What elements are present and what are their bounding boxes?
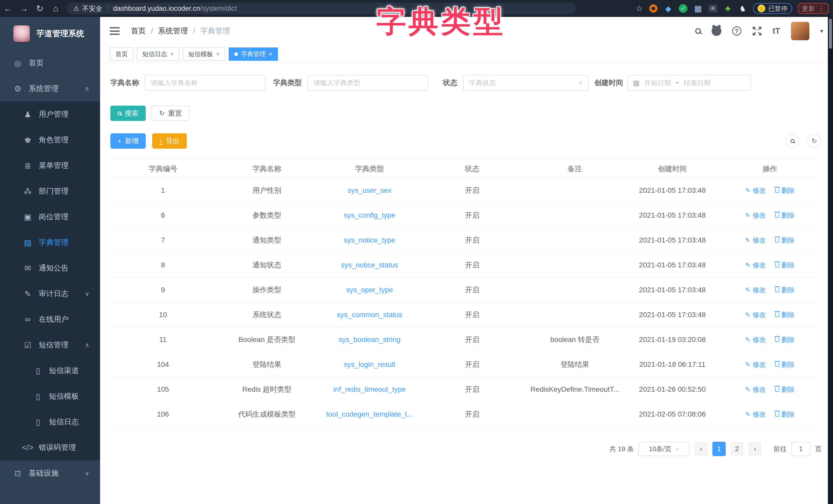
edit-link[interactable]: ✎修改 [745, 236, 766, 245]
sidebar-item-dict[interactable]: ▤ 字典管理 [0, 230, 100, 255]
sidebar-item-error-codes[interactable]: </> 错误码管理 [0, 435, 100, 460]
sidebar-item-sms-log[interactable]: ▯ 短信日志 [0, 409, 100, 435]
page-2-button[interactable]: 2 [730, 442, 744, 456]
browser-update-button[interactable]: 更新 ⋮ [798, 3, 829, 14]
fullscreen-icon[interactable] [752, 26, 762, 36]
help-icon[interactable]: ? [732, 26, 741, 35]
sidebar-item-roles[interactable]: ♚ 角色管理 [0, 127, 100, 153]
delete-link[interactable]: 删除 [775, 236, 795, 245]
page-1-button[interactable]: 1 [712, 442, 726, 456]
sidebar-item-departments[interactable]: ⁂ 部门管理 [0, 178, 100, 204]
delete-link[interactable]: 删除 [775, 186, 795, 195]
goto-page-input[interactable] [791, 442, 810, 456]
edit-link[interactable]: ✎修改 [745, 310, 766, 320]
search-button[interactable]: 搜索 [110, 106, 146, 121]
delete-link[interactable]: 删除 [775, 211, 795, 220]
sidebar-item-online-users[interactable]: ∞ 在线用户 [0, 307, 100, 332]
cell-type-link[interactable]: tool_codegen_template_t... [318, 402, 421, 427]
tab-sms-log[interactable]: 短信日志 × [137, 47, 180, 61]
delete-link[interactable]: 删除 [775, 385, 795, 394]
export-button[interactable]: ↓ 导出 [152, 133, 187, 149]
font-size-icon[interactable]: tT [773, 26, 780, 35]
cell-type-link[interactable]: sys_login_result [318, 352, 421, 377]
edit-link[interactable]: ✎修改 [745, 211, 766, 220]
paused-extension-badge[interactable]: ☺ 已暂停 [753, 3, 792, 14]
dict-name-input[interactable] [145, 75, 265, 91]
dict-type-input[interactable] [307, 75, 428, 91]
search-icon[interactable] [695, 28, 701, 34]
sidebar-item-users[interactable]: ♟ 用户管理 [0, 102, 100, 127]
browser-forward-icon[interactable]: → [16, 4, 32, 14]
user-menu-caret-icon[interactable]: ▾ [820, 27, 823, 34]
delete-link[interactable]: 删除 [775, 261, 795, 270]
cell-type-link[interactable]: sys_config_type [318, 203, 421, 228]
date-range-picker[interactable]: ▦ 开始日期 ~ 结束日期 [627, 75, 751, 91]
breadcrumb-system[interactable]: 系统管理 [158, 26, 188, 36]
tab-dict-active[interactable]: 字典管理 × [229, 47, 278, 61]
extension-leaf-icon[interactable]: ♣ [723, 4, 732, 13]
github-icon[interactable] [712, 26, 721, 36]
tab-home[interactable]: 首页 [110, 47, 134, 61]
cell-type-link[interactable]: sys_boolean_string [318, 327, 421, 352]
edit-link[interactable]: ✎修改 [745, 385, 766, 394]
cell-type-link[interactable]: inf_redis_timeout_type [318, 377, 421, 402]
cell-type-link[interactable]: sys_notice_type [318, 228, 421, 253]
extension-green-icon[interactable]: ✓ [679, 4, 688, 13]
close-icon[interactable]: × [269, 51, 272, 58]
sidebar-logo[interactable]: 芋道管理系统 [0, 17, 100, 50]
sidebar-item-sms-template[interactable]: ▯ 短信模板 [0, 383, 100, 409]
sidebar-item-home[interactable]: ◎ 首页 [0, 50, 100, 76]
sidebar-item-sms[interactable]: ☑ 短信管理 ∧ [0, 332, 100, 358]
sidebar-item-audit-log[interactable]: ✎ 审计日志 ∨ [0, 281, 100, 307]
status-select[interactable]: 字典状态 ∨ [463, 75, 589, 91]
edit-link[interactable]: ✎修改 [745, 285, 766, 295]
browser-menu-dots-icon[interactable]: ⋮ [818, 4, 825, 12]
delete-link[interactable]: 删除 [775, 360, 795, 369]
extension-grid-icon[interactable]: ▦ [693, 4, 703, 13]
browser-home-icon[interactable]: ⌂ [48, 4, 64, 14]
toggle-search-button[interactable] [786, 134, 800, 148]
edit-link[interactable]: ✎修改 [745, 186, 766, 195]
add-button[interactable]: + 新增 [110, 133, 146, 149]
reset-button[interactable]: ↻ 重置 [151, 106, 190, 121]
sidebar-item-sms-channel[interactable]: ▯ 短信渠道 [0, 358, 100, 383]
scrollbar-thumb[interactable] [829, 19, 832, 49]
extension-gem-icon[interactable]: ◆ [664, 4, 673, 13]
sidebar-item-menus[interactable]: ≣ 菜单管理 [0, 153, 100, 178]
browser-back-icon[interactable]: ← [0, 4, 16, 14]
extension-knight-icon[interactable]: ♞ [738, 4, 747, 13]
bookmark-star-icon[interactable]: ☆ [636, 4, 643, 13]
delete-link[interactable]: 删除 [775, 410, 795, 419]
close-icon[interactable]: × [216, 51, 220, 58]
sidebar-item-notices[interactable]: ✉ 通知公告 [0, 255, 100, 281]
delete-link[interactable]: 删除 [775, 285, 795, 295]
cell-type-link[interactable]: sys_notice_status [318, 253, 421, 278]
page-size-select[interactable]: 10条/页 ∨ [639, 442, 690, 456]
sidebar-item-system[interactable]: ⚙ 系统管理 ∧ [0, 76, 100, 102]
window-scrollbar[interactable] [828, 17, 833, 504]
delete-link[interactable]: 删除 [775, 310, 795, 320]
refresh-table-button[interactable]: ↻ [807, 134, 821, 148]
sidebar-item-infrastructure[interactable]: ⊡ 基础设施 ∨ [0, 460, 100, 486]
next-page-button[interactable]: › [748, 442, 762, 456]
breadcrumb-home[interactable]: 首页 [131, 26, 146, 36]
sidebar-item-positions[interactable]: ▣ 岗位管理 [0, 204, 100, 230]
hamburger-icon[interactable] [110, 27, 120, 35]
browser-reload-icon[interactable]: ↻ [32, 3, 48, 14]
prev-page-button[interactable]: ‹ [694, 442, 708, 456]
edit-link[interactable]: ✎修改 [745, 410, 766, 419]
delete-link[interactable]: 删除 [775, 335, 795, 344]
extension-adblock-icon[interactable] [649, 4, 658, 13]
edit-label: 修改 [753, 335, 766, 344]
edit-link[interactable]: ✎修改 [745, 335, 766, 344]
cell-type-link[interactable]: sys_user_sex [318, 178, 421, 203]
extension-switchy-icon[interactable]: ≡ [708, 4, 717, 13]
edit-link[interactable]: ✎修改 [745, 360, 766, 369]
security-warning-icon[interactable]: ⚠ [73, 5, 79, 12]
cell-type-link[interactable]: sys_oper_type [318, 278, 421, 303]
user-avatar[interactable] [791, 22, 809, 40]
tab-sms-template[interactable]: 短信模板 × [183, 47, 225, 61]
close-icon[interactable]: × [170, 51, 174, 58]
edit-link[interactable]: ✎修改 [745, 261, 766, 270]
cell-type-link[interactable]: sys_common_status [318, 303, 421, 327]
